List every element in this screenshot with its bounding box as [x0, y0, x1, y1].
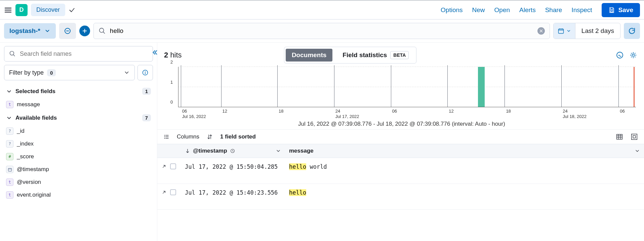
field-name: _id — [17, 128, 25, 134]
top-link-inspect[interactable]: Inspect — [571, 6, 592, 14]
field-item[interactable]: tmessage — [4, 98, 153, 111]
selected-fields-header[interactable]: Selected fields 1 — [4, 84, 153, 98]
x-tick: 18 — [277, 65, 278, 107]
saved-query-button[interactable] — [59, 23, 76, 39]
y-tick: 0 — [170, 99, 173, 105]
chart-options-button[interactable] — [616, 51, 624, 59]
available-fields-header[interactable]: Available fields 7 — [4, 111, 153, 125]
field-search-input-wrap[interactable] — [4, 46, 153, 62]
field-type-token — [6, 166, 13, 173]
field-item[interactable]: t@version — [4, 176, 153, 189]
field-name: _index — [17, 140, 34, 147]
cell-message: hello — [285, 184, 644, 210]
svg-point-8 — [632, 54, 634, 56]
query-input[interactable] — [110, 27, 533, 35]
svg-rect-11 — [633, 135, 635, 138]
field-name: _score — [17, 153, 34, 160]
svg-point-5 — [145, 71, 146, 72]
field-name: @timestamp — [17, 166, 49, 173]
add-filter-button[interactable] — [79, 26, 90, 36]
x-tick: 06 — [618, 65, 619, 107]
sort-desc-icon[interactable] — [185, 148, 190, 154]
time-range-picker[interactable]: Last 2 days — [553, 23, 620, 39]
query-input-container[interactable] — [93, 23, 550, 39]
th-timestamp-label[interactable]: @timestamp — [193, 148, 227, 154]
index-pattern-label: logstash-* — [9, 27, 40, 35]
field-name: message — [17, 101, 40, 108]
hits-number: 2 — [164, 51, 168, 59]
field-item[interactable]: tevent.original — [4, 189, 153, 201]
available-fields-count: 7 — [142, 114, 151, 121]
settings-button[interactable] — [629, 51, 637, 59]
cell-timestamp: Jul 17, 2022 @ 15:40:23.556 — [181, 184, 285, 210]
field-search-input[interactable] — [20, 50, 148, 57]
column-menu-message[interactable] — [635, 148, 640, 154]
field-type-token: ? — [6, 140, 13, 148]
tab-documents[interactable]: Documents — [286, 49, 332, 62]
y-tick: 2 — [170, 59, 173, 65]
histogram-chart: 01206Jul 16, 2022121824Jul 17, 202206121… — [157, 65, 644, 129]
tab-documents-label: Documents — [292, 51, 326, 58]
field-name: event.original — [17, 192, 51, 198]
cell-timestamp: Jul 17, 2022 @ 15:50:04.285 — [181, 158, 285, 184]
table-row: Jul 17, 2022 @ 15:40:23.556 hello — [157, 184, 644, 210]
sort-label[interactable]: 1 field sorted — [220, 133, 256, 140]
row-checkbox[interactable] — [170, 163, 176, 169]
column-menu-timestamp[interactable] — [276, 148, 281, 154]
checkmark-icon — [69, 7, 75, 13]
top-link-new[interactable]: New — [472, 6, 485, 14]
chevron-down-icon — [6, 88, 12, 94]
field-name: @version — [17, 179, 41, 186]
field-item[interactable]: ?_index — [4, 137, 153, 150]
row-checkbox[interactable] — [170, 189, 176, 195]
clock-icon — [230, 148, 235, 154]
field-item[interactable]: #_score — [4, 150, 153, 163]
tab-field-statistics[interactable]: Field statistics BETA — [336, 48, 415, 62]
top-link-alerts[interactable]: Alerts — [519, 6, 536, 14]
x-tick: 06 — [391, 65, 391, 107]
fullscreen-button[interactable] — [631, 133, 638, 140]
refresh-button[interactable] — [624, 23, 640, 39]
x-tick: 24Jul 18, 2022 — [561, 65, 562, 107]
now-marker — [634, 67, 635, 107]
filter-type-label: Filter by type — [9, 69, 44, 76]
expand-row-button[interactable] — [161, 190, 167, 195]
expand-row-button[interactable] — [161, 164, 167, 169]
field-info-button[interactable] — [137, 65, 153, 80]
field-type-token: ? — [6, 127, 13, 135]
x-tick: 18 — [505, 65, 505, 107]
clear-query-button[interactable] — [537, 27, 545, 35]
chevron-down-icon — [124, 70, 130, 76]
space-badge[interactable]: D — [15, 4, 28, 16]
field-item[interactable]: @timestamp — [4, 163, 153, 176]
filter-type-count: 0 — [47, 69, 56, 76]
field-item[interactable]: ?_id — [4, 125, 153, 137]
search-icon — [98, 27, 106, 35]
sort-icon[interactable] — [207, 134, 213, 140]
beta-badge: BETA — [390, 51, 409, 59]
field-type-token: t — [6, 191, 13, 199]
chart-caption: Jul 16, 2022 @ 07:39:08.776 - Jul 18, 20… — [167, 121, 636, 127]
top-link-share[interactable]: Share — [545, 6, 562, 14]
selected-fields-label: Selected fields — [15, 88, 55, 95]
chevron-down-icon — [44, 28, 50, 34]
cell-message: hello world — [285, 158, 644, 184]
search-icon — [9, 50, 16, 57]
histogram-bar[interactable] — [478, 67, 485, 107]
app-name-chip[interactable]: Discover — [31, 4, 65, 16]
th-message-label[interactable]: message — [289, 148, 314, 154]
columns-label[interactable]: Columns — [177, 133, 199, 140]
collapse-sidebar-button[interactable] — [151, 49, 158, 56]
top-link-options[interactable]: Options — [441, 6, 462, 14]
filter-by-type[interactable]: Filter by type 0 — [4, 65, 135, 80]
app-name-label: Discover — [36, 6, 60, 13]
density-button[interactable] — [616, 133, 623, 140]
field-type-token: # — [6, 153, 13, 160]
save-button[interactable]: Save — [602, 3, 640, 17]
toggle-columns-icon[interactable] — [163, 134, 169, 140]
menu-button[interactable] — [4, 6, 12, 14]
top-link-open[interactable]: Open — [494, 6, 510, 14]
index-pattern-picker[interactable]: logstash-* — [4, 23, 56, 39]
space-letter: D — [19, 6, 24, 13]
x-tick: 24Jul 17, 2022 — [334, 65, 334, 107]
